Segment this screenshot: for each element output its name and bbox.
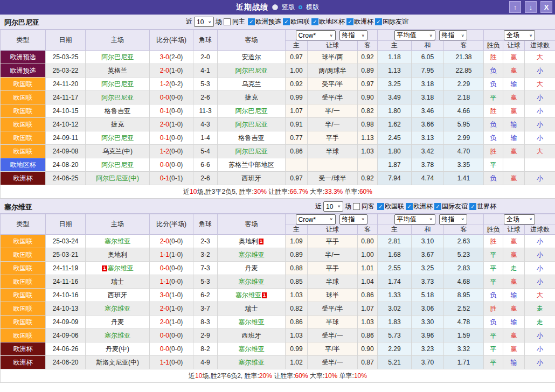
team-name-title: 塞尔维亚	[4, 202, 32, 212]
odds-source-select[interactable]: Crow*∨	[296, 214, 336, 225]
avg-odds-cell: 2.52	[444, 302, 484, 316]
col-header-away: 客场	[218, 214, 286, 235]
odds-cell: 平手	[308, 131, 358, 145]
final-odds-select-2[interactable]: 终指∨	[439, 30, 467, 40]
col-header-corner: 角球	[193, 214, 218, 235]
match-count-select[interactable]: 10∨	[323, 201, 343, 212]
avg-odds-cell: 3.30	[412, 316, 444, 329]
home-team-cell: 丹麦(中)	[86, 342, 150, 356]
odds-cell: 球半/两	[308, 51, 358, 64]
same-venue-label: 同客	[362, 202, 374, 211]
match-row: 欧国联24-09-06塞尔维亚0-0(0-0)2-9西班牙1.03受半/一0.8…	[1, 329, 555, 342]
fulltime-score: 0-1	[160, 174, 169, 182]
move-down-button[interactable]: ↓	[525, 1, 537, 13]
odds-cell	[358, 158, 378, 172]
move-up-button[interactable]: ↑	[509, 1, 521, 13]
league-type-cell: 欧国联	[1, 316, 46, 329]
odds-cell: 1.03	[286, 329, 308, 342]
home-team-cell: 乌克兰(中)	[86, 145, 150, 158]
halftime-score: (0-0)	[169, 161, 183, 169]
filter-controls: 近 10∨ 场 同客 ✓欧国联✓欧洲杯✓国际友谊✓世界杯	[315, 201, 497, 212]
team-name: 阿尔巴尼亚	[101, 53, 134, 61]
home-team-cell: 丹麦	[86, 316, 150, 329]
result-cell: 平	[484, 91, 503, 104]
odds-cell: 1.07	[286, 104, 308, 118]
col-header-home: 主场	[86, 214, 150, 235]
league-type-cell: 欧国联	[1, 262, 46, 275]
halftime-score: (1-0)	[169, 251, 183, 258]
odds-source-select[interactable]: Crow*∨	[296, 30, 336, 40]
league-checkbox[interactable]: ✓	[311, 18, 318, 25]
score-cell: 2-0(1-0)	[150, 302, 193, 316]
league-checkbox[interactable]: ✓	[248, 18, 255, 25]
odds-cell: 球半	[308, 289, 358, 302]
sub-header-winlose: 胜负	[484, 225, 503, 235]
avg-value-select[interactable]: 平均值∨	[394, 30, 435, 40]
odds-cell	[286, 158, 308, 172]
same-venue-checkbox[interactable]	[224, 18, 231, 25]
avg-value-select[interactable]: 平均值∨	[394, 214, 435, 225]
halftime-score: (0-0)	[169, 94, 183, 101]
league-checkbox[interactable]: ✓	[346, 18, 353, 25]
summary-text: 近10场,胜3平2负5, 胜率:30% 让胜率:66.7% 大率:33.3% 单…	[1, 185, 555, 199]
league-checkbox[interactable]: ✓	[283, 18, 290, 25]
odds-cell: 0.89	[286, 248, 308, 262]
corners-cell: 2-6	[193, 91, 218, 104]
full-match-select[interactable]: 全场∨	[504, 214, 535, 225]
result-cell: 胜	[484, 104, 503, 118]
same-venue-checkbox[interactable]	[353, 203, 360, 210]
league-checkbox[interactable]: ✓	[434, 203, 441, 210]
halftime-score: (0-0)	[169, 264, 183, 272]
summary-part: 单率:	[337, 372, 354, 380]
halftime-score: (1-0)	[169, 291, 183, 299]
league-checkbox[interactable]: ✓	[406, 203, 413, 210]
odds-cell: 0.90	[358, 342, 378, 356]
result-cell: 胜	[484, 235, 503, 248]
fulltime-score: 3-0	[160, 53, 169, 61]
corners-cell: 8-3	[193, 316, 218, 329]
avg-odds-cell: 6.05	[412, 51, 444, 64]
full-match-select[interactable]: 全场∨	[504, 30, 535, 40]
match-count-select[interactable]: 10∨	[194, 17, 214, 27]
avg-odds-cell: 2.83	[444, 262, 484, 275]
final-odds-select[interactable]: 终指∨	[339, 30, 367, 40]
team-name: 阿尔巴尼亚	[235, 107, 268, 115]
league-checkbox[interactable]: ✓	[375, 18, 382, 25]
home-team-cell: 阿尔巴尼亚	[86, 78, 150, 91]
close-button[interactable]: X	[540, 1, 552, 13]
vertical-layout-radio[interactable]	[272, 4, 278, 10]
fulltime-score: 0-1	[160, 134, 169, 142]
result-cell: 小	[525, 329, 555, 342]
match-row: 欧地区杯24-08-20阿尔巴尼亚0-0(0-0)6-6苏格兰中部地区1.873…	[1, 158, 555, 172]
away-team-cell: 西班牙	[218, 172, 286, 185]
avg-odds-cell: 3.70	[412, 356, 444, 369]
away-team-cell: 塞尔维亚	[218, 356, 286, 369]
league-checkbox[interactable]: ✓	[377, 203, 384, 210]
summary-part: 20%	[259, 372, 272, 380]
odds-cell: 0.92	[358, 172, 378, 185]
match-row: 欧洲预选25-03-25阿尔巴尼亚3-0(2-0)2-0安道尔0.97球半/两0…	[1, 51, 555, 64]
away-team-cell: 塞尔维亚	[218, 248, 286, 262]
horizontal-layout-radio[interactable]	[299, 5, 302, 9]
final-odds-select[interactable]: 终指∨	[339, 214, 367, 225]
result-cell: 负	[484, 64, 503, 78]
team-name: 阿尔巴尼亚	[101, 161, 134, 169]
home-team-cell: 阿尔巴尼亚	[86, 131, 150, 145]
league-type-cell: 欧洲预选	[1, 64, 46, 78]
final-odds-select-2[interactable]: 终指∨	[439, 214, 467, 225]
team-name-title: 阿尔巴尼亚	[4, 18, 39, 27]
summary-part: 近	[183, 188, 190, 195]
result-cell: 小	[525, 131, 555, 145]
summary-row: 近10场,胜2平6负2, 胜率:20% 让胜率:60% 大率:10% 单率:10…	[1, 369, 555, 383]
team-name: 捷克	[245, 94, 258, 101]
halftime-score: (0-0)	[169, 148, 183, 155]
halftime-score: (0-0)	[169, 237, 183, 245]
avg-odds-cell: 3.66	[412, 118, 444, 131]
summary-part: 单率:	[343, 188, 359, 195]
home-team-cell: 英格兰	[86, 64, 150, 78]
result-cell: 负	[484, 316, 503, 329]
result-cell: 平	[484, 158, 503, 172]
league-type-cell: 欧国联	[1, 329, 46, 342]
team-name: 塞尔维亚	[105, 305, 130, 312]
league-checkbox[interactable]: ✓	[469, 203, 476, 210]
